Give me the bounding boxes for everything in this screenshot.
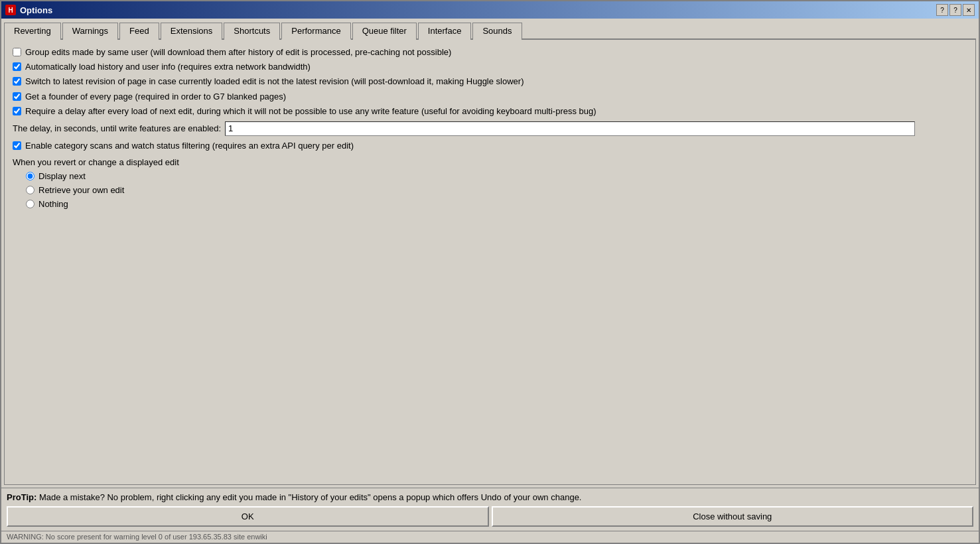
checkbox-row-1: Group edits made by same user (will down… [13, 46, 967, 58]
tabs-bar: Reverting Warnings Feed Extensions Short… [4, 21, 976, 40]
tab-extensions[interactable]: Extensions [161, 23, 223, 40]
radio-row-nothing: Nothing [13, 199, 967, 209]
ok-button[interactable]: OK [7, 506, 489, 527]
title-bar: H Options ? ? ✕ [1, 1, 979, 19]
tab-reverting[interactable]: Reverting [4, 23, 61, 40]
checkbox-latest-revision[interactable] [13, 77, 21, 86]
checkbox-row-4: Get a founder of every page (required in… [13, 91, 967, 103]
radio-row-display-next: Display next [13, 171, 967, 181]
checkbox-enable-category[interactable] [13, 141, 21, 150]
window-title: Options [20, 5, 52, 15]
checkbox-row-3: Switch to latest revision of page in cas… [13, 76, 967, 88]
checkbox-require-delay-label: Require a delay after every load of next… [25, 105, 596, 117]
revert-section-label: When you revert or change a displayed ed… [13, 157, 967, 167]
delay-row: The delay, in seconds, until write featu… [13, 121, 967, 136]
checkbox-founder[interactable] [13, 92, 21, 101]
app-icon: H [5, 5, 16, 15]
tab-warnings[interactable]: Warnings [62, 23, 118, 40]
checkbox-require-delay[interactable] [13, 107, 21, 115]
radio-display-next-label: Display next [38, 171, 86, 181]
title-bar-left: H Options [5, 5, 52, 15]
radio-retrieve-label: Retrieve your own edit [38, 185, 124, 195]
performance-tab-content: Group edits made by same user (will down… [4, 40, 976, 485]
checkbox-enable-category-label: Enable category scans and watch status f… [25, 140, 354, 152]
close-button[interactable]: ✕ [963, 4, 975, 16]
tab-shortcuts[interactable]: Shortcuts [224, 23, 280, 40]
restore-button[interactable]: ? [949, 4, 961, 16]
radio-retrieve[interactable] [26, 186, 35, 194]
checkbox-auto-load-label: Automatically load history and user info… [25, 61, 311, 73]
checkbox-group-edits-label: Group edits made by same user (will down… [25, 46, 451, 58]
tab-queue-filter[interactable]: Queue filter [352, 23, 417, 40]
checkbox-group-edits[interactable] [13, 48, 21, 56]
checkbox-row-2: Automatically load history and user info… [13, 61, 967, 73]
tab-interface[interactable]: Interface [418, 23, 472, 40]
title-bar-buttons: ? ? ✕ [936, 4, 975, 16]
radio-row-retrieve: Retrieve your own edit [13, 185, 967, 195]
close-without-saving-button[interactable]: Close without saving [492, 506, 974, 527]
button-row: OK Close without saving [7, 506, 973, 527]
options-window: H Options ? ? ✕ Reverting Warnings Feed … [0, 0, 980, 544]
warning-bar: WARNING: No score present for warning le… [1, 531, 979, 543]
radio-nothing-label: Nothing [38, 199, 68, 209]
minimize-button[interactable]: ? [936, 4, 948, 16]
tab-performance[interactable]: Performance [281, 23, 350, 40]
protip-body: Made a mistake? No problem, right clicki… [36, 492, 581, 502]
delay-input[interactable] [225, 121, 915, 136]
warning-text: WARNING: No score present for warning le… [7, 533, 267, 541]
bottom-bar: ProTip: Made a mistake? No problem, righ… [1, 488, 979, 531]
radio-display-next[interactable] [26, 172, 35, 180]
tab-sounds[interactable]: Sounds [472, 23, 522, 40]
protip-bold: ProTip: [7, 492, 36, 502]
delay-label: The delay, in seconds, until write featu… [13, 123, 221, 133]
radio-nothing[interactable] [26, 200, 35, 208]
protip-text: ProTip: Made a mistake? No problem, righ… [7, 492, 973, 502]
checkbox-auto-load[interactable] [13, 62, 21, 71]
main-content: Reverting Warnings Feed Extensions Short… [1, 19, 979, 488]
checkbox-latest-revision-label: Switch to latest revision of page in cas… [25, 76, 524, 88]
tab-feed[interactable]: Feed [119, 23, 159, 40]
checkbox-founder-label: Get a founder of every page (required in… [25, 91, 286, 103]
checkbox-row-category: Enable category scans and watch status f… [13, 140, 967, 152]
checkbox-row-5: Require a delay after every load of next… [13, 105, 967, 117]
